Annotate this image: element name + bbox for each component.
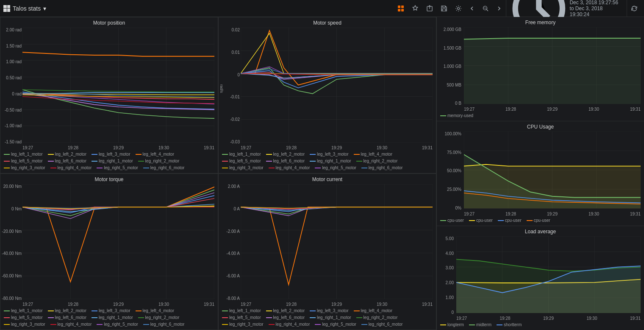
app-title: Talos stats [13,5,41,12]
star-icon [412,5,419,12]
motor-position-svg-wrap [22,28,214,143]
refresh-icon [631,6,637,11]
nav-prev-button[interactable] [466,4,478,13]
motor-speed-legend: leg_left_1_motor leg_left_2_motor leg_le… [219,150,436,173]
zoom-out-button[interactable] [479,3,492,14]
free-memory-svg-wrap [464,27,641,104]
star-button[interactable] [408,3,422,14]
share-icon [426,5,433,12]
motor-speed-x-axis: 19:2719:2819:2919:3019:31 [241,145,433,150]
dropdown-icon[interactable]: ▾ [43,5,46,12]
free-memory-chart: 2.000 GB 1.500 GB 1.000 GB 500 MB 0 B 19… [437,26,644,112]
settings-button[interactable] [452,3,465,14]
motor-torque-svg-wrap [22,184,214,299]
cpu-usage-x-axis: 19:2719:2819:2919:3019:31 [464,211,641,216]
svg-rect-0 [398,6,400,8]
free-memory-x-axis: 19:2719:2819:2919:3019:31 [464,106,641,112]
cpu-usage-title: CPU Usage [437,121,644,131]
svg-rect-1 [401,6,404,8]
motor-torque-svg [22,184,214,299]
load-average-y-axis: 5.00 4.00 3.00 2.00 1.00 0 [437,235,455,321]
refresh-button[interactable] [628,4,641,13]
cpu-usage-panel: CPU Usage 100.00% 75.00% 50.00% 25.00% 0… [437,121,644,226]
motor-torque-title: Motor torque [0,174,218,183]
svg-rect-2 [398,9,400,11]
motor-position-svg [22,28,214,143]
motor-position-y-axis: 2.00 rad 1.50 rad 1.00 rad 0.50 rad 0 ra… [0,27,22,150]
load-average-svg [456,236,641,313]
motor-current-chart: 2.00 A 0 A -2.00 A -4.00 A -6.00 A -8.00… [219,183,436,307]
app-logo[interactable]: Talos stats ▾ [3,5,46,12]
motor-speed-title: Motor speed [219,17,436,27]
motor-current-panel: Motor current 2.00 A 0 A -2.00 A -4.00 A… [218,173,436,330]
cpu-usage-chart: 100.00% 75.00% 50.00% 25.00% 0% 19:2719:… [437,131,644,216]
motor-current-x-axis: 19:2719:2819:2919:3019:31 [241,301,433,307]
svg-marker-41 [464,38,641,104]
nav-next-button[interactable] [493,4,505,13]
svg-rect-3 [401,9,404,11]
motor-current-svg [241,184,433,299]
motor-position-title: Motor position [0,17,218,27]
motor-position-panel: Motor position 2.00 rad 1.50 rad 1.00 ra… [0,17,218,173]
logo-grid-icon [3,5,10,12]
motor-speed-panel: Motor speed 0.02 0.01 0 -0.01 -0.02 -0.0… [218,17,436,173]
load-average-title: Load average [437,226,644,235]
load-average-x-axis: 19:2719:2819:2919:3019:31 [456,315,641,321]
cpu-usage-legend: cpu-user cpu-user cpu-user cpu-user [437,216,644,226]
topbar: Talos stats ▾ Dec 3, 2018 19:27:5 [0,0,644,17]
svg-point-4 [457,7,459,9]
load-average-panel: Load average 5.00 4.00 3.00 2.00 1.00 0 … [437,226,644,330]
motor-current-title: Motor current [219,174,436,183]
free-memory-y-axis: 2.000 GB 1.500 GB 1.000 GB 500 MB 0 B [437,26,462,112]
main-grid: Motor position 2.00 rad 1.50 rad 1.00 ra… [0,17,644,330]
load-average-svg-wrap [456,236,641,313]
motor-speed-svg [241,28,433,143]
zoom-out-icon [482,5,489,12]
time-range-text: Dec 3, 2018 19:27:56 to Dec 3, 2018 19:3… [569,0,622,17]
motor-position-chart: 2.00 rad 1.50 rad 1.00 rad 0.50 rad 0 ra… [0,27,218,150]
free-memory-svg [464,27,641,104]
motor-current-svg-wrap [241,184,433,299]
add-panel-button[interactable] [394,3,408,14]
add-panel-icon [397,5,404,12]
settings-icon [455,5,462,12]
motor-speed-svg-wrap [241,28,433,143]
free-memory-panel: Free memory 2.000 GB 1.500 GB 1.000 GB 5… [437,17,644,121]
free-memory-title: Free memory [437,17,644,26]
nav-next-icon [497,6,502,11]
cpu-usage-y-axis: 100.00% 75.00% 50.00% 25.00% 0% [437,131,462,216]
motor-torque-panel: Motor torque 20.00 Nm 0 Nm -20.00 Nm -40… [0,173,218,330]
motor-torque-x-axis: 19:2719:2819:2919:3019:31 [22,301,214,307]
save-icon [441,5,447,12]
share-button[interactable] [423,3,436,14]
motor-position-legend: leg_left_1_motor leg_left_2_motor leg_le… [0,150,218,173]
motor-current-legend: leg_left_1_motor leg_left_2_motor leg_le… [219,307,436,330]
nav-prev-icon [469,6,475,11]
cpu-usage-svg-wrap [464,131,641,208]
motor-torque-y-axis: 20.00 Nm 0 Nm -20.00 Nm -40.00 Nm -60.00… [0,183,22,307]
motor-torque-legend: leg_left_1_motor leg_left_2_motor leg_le… [0,307,218,330]
load-average-legend: longterm midterm shortterm [437,321,644,330]
free-memory-legend: memory-used [437,112,644,121]
load-average-chart: 5.00 4.00 3.00 2.00 1.00 0 19:2719:2819:… [437,235,644,321]
save-button[interactable] [437,3,451,14]
motor-torque-chart: 20.00 Nm 0 Nm -20.00 Nm -40.00 Nm -60.00… [0,183,218,307]
motor-current-y-axis: 2.00 A 0 A -2.00 A -4.00 A -6.00 A -8.00… [219,183,241,307]
longterm-label: longterm [447,322,464,328]
cpu-usage-svg [464,131,641,208]
motor-position-x-axis: 19:2719:2819:2919:3019:31 [22,145,214,150]
motor-speed-chart: 0.02 0.01 0 -0.01 -0.02 -0.03 rad/s 19:2… [219,27,436,150]
right-column: Free memory 2.000 GB 1.500 GB 1.000 GB 5… [436,17,644,330]
motor-speed-y-unit: rad/s [219,84,224,92]
